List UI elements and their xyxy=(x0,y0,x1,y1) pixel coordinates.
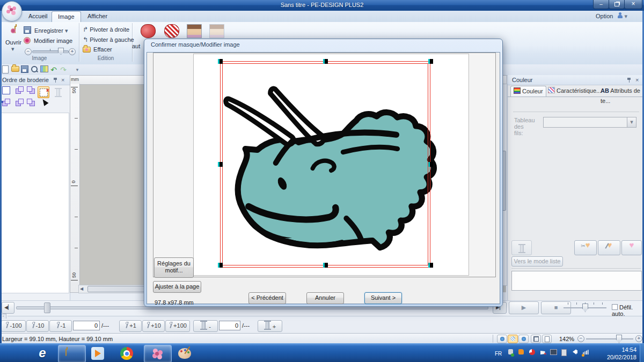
thread-spool-button[interactable] xyxy=(511,240,532,255)
media-player-icon[interactable] xyxy=(91,347,104,360)
zoom-out-button[interactable]: − xyxy=(577,335,584,342)
resize-handle-nw[interactable] xyxy=(218,59,223,64)
order-list-button[interactable] xyxy=(1,99,11,109)
design-page-button[interactable] xyxy=(40,65,48,74)
tab-caracteristique[interactable]: Caractéristique... xyxy=(545,86,604,96)
stitch-plus-1-button[interactable]: +1 xyxy=(119,320,142,332)
view-normal-button[interactable] xyxy=(518,335,529,343)
photo-stitch-1-icon[interactable] xyxy=(187,24,202,38)
progress-thumb[interactable] xyxy=(44,302,50,313)
zoom-in-icon[interactable]: + xyxy=(69,48,76,55)
zoom-in-button[interactable]: + xyxy=(635,335,642,342)
stitch-plus-100-button[interactable]: +100 xyxy=(165,320,190,332)
action-center-flag-icon[interactable]: × xyxy=(539,349,546,357)
rotate-left-button[interactable]: ↰ Pivoter à gauche xyxy=(83,36,134,43)
minimize-button[interactable]: – xyxy=(593,0,609,9)
tab-couleur[interactable]: Couleur xyxy=(510,86,546,97)
pe-design-task-button[interactable] xyxy=(144,345,172,362)
stitch-minus-100-button[interactable]: -100 xyxy=(1,320,26,332)
ungroup-button[interactable] xyxy=(25,99,36,109)
toolbar-overflow-button[interactable]: ▾ xyxy=(73,65,82,74)
auto-punch-apple-icon[interactable] xyxy=(141,24,156,38)
checkbox-box[interactable] xyxy=(612,304,618,310)
stitch-minus-10-button[interactable]: -10 xyxy=(26,320,49,332)
embroidery-order-list[interactable] xyxy=(1,113,69,293)
speed-slider-thumb[interactable] xyxy=(582,304,588,312)
scroll-left-icon[interactable]: ◀ xyxy=(80,286,83,292)
resize-handle-w[interactable] xyxy=(218,162,223,167)
paint-icon[interactable] xyxy=(178,347,192,360)
application-menu-button[interactable] xyxy=(2,1,22,21)
move-forward-button[interactable] xyxy=(14,86,25,97)
design-settings-button[interactable]: Réglages du motif... xyxy=(154,257,194,278)
antivirus-tray-icon[interactable] xyxy=(528,349,536,357)
color-list-box[interactable] xyxy=(511,271,642,291)
orange-tray-icon[interactable] xyxy=(517,349,525,357)
go-start-button[interactable]: ◀▏ xyxy=(2,302,14,314)
cut-heart-button[interactable]: ✂♥ xyxy=(574,240,597,255)
cursor-tool-button[interactable] xyxy=(39,99,49,109)
panel-close-icon[interactable]: × xyxy=(635,75,639,85)
new-document-button[interactable] xyxy=(1,65,10,74)
show-frame-button-active[interactable] xyxy=(38,86,49,98)
modify-image-button[interactable]: Modifier image xyxy=(24,37,72,44)
pin-icon[interactable] xyxy=(53,77,58,83)
stitch-number-field[interactable]: 0 xyxy=(73,321,100,330)
combo-dropdown-icon[interactable]: ▾ xyxy=(627,117,636,127)
select-region-button[interactable] xyxy=(1,86,11,97)
rotate-right-button[interactable]: ↱ Pivoter à droite xyxy=(83,26,129,33)
display-tray-icon[interactable] xyxy=(550,349,557,357)
pin-icon[interactable] xyxy=(627,77,632,83)
resize-handle-n[interactable] xyxy=(323,59,328,64)
tab-afficher[interactable]: Afficher xyxy=(82,11,113,21)
resize-handle-ne[interactable] xyxy=(428,59,433,64)
photo-stitch-2-icon[interactable] xyxy=(209,24,224,38)
list-mode-button[interactable]: Vers le mode liste xyxy=(511,256,563,267)
network-tray-icon[interactable] xyxy=(582,349,589,357)
thread-chart-select[interactable]: ▾ xyxy=(543,117,636,128)
erase-button[interactable]: Effacer xyxy=(83,46,112,53)
move-backward-button[interactable] xyxy=(25,86,36,97)
zoom-out-icon[interactable]: − xyxy=(25,48,32,55)
resize-handle-sw[interactable] xyxy=(218,263,223,268)
resize-handle-s[interactable] xyxy=(323,263,328,268)
option-menu[interactable]: Option ▾ xyxy=(596,12,627,20)
fit-to-page-button[interactable]: Ajuster à la page xyxy=(153,281,201,293)
show-desktop-button[interactable] xyxy=(640,344,644,362)
zoom-tool-button[interactable] xyxy=(30,65,39,74)
design-property-button[interactable] xyxy=(542,335,552,343)
grid-toggle-button[interactable] xyxy=(531,335,541,343)
tab-image[interactable]: Image xyxy=(52,11,81,22)
view-realistic-button[interactable] xyxy=(497,335,507,343)
group-button[interactable] xyxy=(14,99,25,109)
internet-explorer-icon[interactable]: e xyxy=(34,346,50,361)
save-file-button[interactable] xyxy=(20,65,29,74)
autoscroll-checkbox[interactable]: Défil. auto. xyxy=(612,304,644,317)
stitch-minus-1-button[interactable]: -1 xyxy=(49,320,72,332)
language-indicator[interactable]: FR xyxy=(495,351,502,357)
cross-stitch-apple-icon[interactable] xyxy=(164,24,179,38)
chrome-icon[interactable] xyxy=(120,347,133,360)
title-bar[interactable]: Sans titre - PE-DESIGN PLUS2 – × xyxy=(0,0,644,11)
slider-thumb[interactable] xyxy=(58,48,64,55)
zoom-slider-track[interactable] xyxy=(586,338,633,339)
color-plus-button[interactable]: + xyxy=(258,320,282,332)
color-minus-button[interactable]: - xyxy=(193,320,218,332)
tab-attributs-texte[interactable]: AB Attributs de te... xyxy=(598,86,644,96)
restore-button[interactable] xyxy=(609,0,625,9)
confirm-mask-dialog[interactable]: Confirmer masque/Modifier image xyxy=(144,39,503,307)
redo-button[interactable]: ↷ xyxy=(59,65,68,74)
clipboard-tray-icon[interactable] xyxy=(560,349,568,357)
stitch-plus-10-button[interactable]: +10 xyxy=(142,320,165,332)
next-button[interactable]: Suivant > xyxy=(364,292,402,304)
resize-handle-se[interactable] xyxy=(428,263,433,268)
tab-accueil[interactable]: Accueil xyxy=(23,11,53,21)
view-stitch-button-active[interactable] xyxy=(508,335,518,343)
open-button[interactable]: Ouvrir ▾ xyxy=(4,24,23,31)
clock[interactable]: 14:54 20/02/2018 xyxy=(603,346,636,361)
sew-heart-button[interactable]: ♥ xyxy=(598,240,620,255)
save-button[interactable]: Enregistrer ▾ xyxy=(24,26,68,34)
image-zoom-slider[interactable]: − + xyxy=(25,47,76,56)
previous-button[interactable]: < Précédent xyxy=(248,292,286,304)
resize-handle-e[interactable] xyxy=(428,162,433,167)
